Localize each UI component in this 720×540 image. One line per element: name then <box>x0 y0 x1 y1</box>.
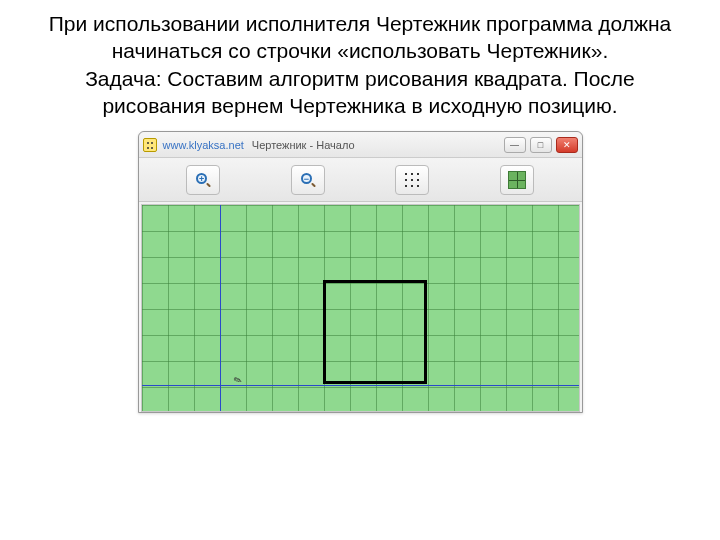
grid-line <box>194 205 195 411</box>
drafter-window: www.klyaksa.net Чертежник - Начало — □ ✕… <box>138 131 583 413</box>
grid-icon <box>508 171 526 189</box>
paragraph-2: Задача: Составим алгоритм рисования квад… <box>40 65 680 120</box>
grid-toggle-button[interactable] <box>500 165 534 195</box>
grid-line <box>532 205 533 411</box>
grid-line <box>142 387 579 388</box>
dots-icon <box>403 171 421 189</box>
grid-line <box>168 205 169 411</box>
grid-line <box>142 257 579 258</box>
grid-line <box>454 205 455 411</box>
window-title: Чертежник - Начало <box>252 139 355 151</box>
toolbar: + − <box>139 158 582 202</box>
drawing-canvas[interactable]: ✎ <box>141 204 580 412</box>
app-icon <box>143 138 157 152</box>
x-axis <box>142 385 579 386</box>
grid-line <box>480 205 481 411</box>
grid-line <box>298 205 299 411</box>
pen-cursor: ✎ <box>231 374 241 384</box>
paragraph-1: При использовании исполнителя Чертежник … <box>40 10 680 65</box>
maximize-button[interactable]: □ <box>530 137 552 153</box>
zoom-in-button[interactable]: + <box>186 165 220 195</box>
zoom-out-button[interactable]: − <box>291 165 325 195</box>
grid-line <box>506 205 507 411</box>
grid-line <box>142 231 579 232</box>
grid-line <box>142 205 143 411</box>
grid-line <box>272 205 273 411</box>
grid-line <box>142 205 579 206</box>
window-buttons: — □ ✕ <box>504 137 578 153</box>
grid-dots-button[interactable] <box>395 165 429 195</box>
window-titlebar[interactable]: www.klyaksa.net Чертежник - Начало — □ ✕ <box>139 132 582 158</box>
zoom-in-icon: + <box>196 173 210 187</box>
y-axis <box>220 205 221 411</box>
grid-line <box>558 205 559 411</box>
grid-line <box>428 205 429 411</box>
minimize-button[interactable]: — <box>504 137 526 153</box>
slide-text: При использовании исполнителя Чертежник … <box>0 0 720 131</box>
close-button[interactable]: ✕ <box>556 137 578 153</box>
zoom-out-icon: − <box>301 173 315 187</box>
drawn-square <box>323 280 427 384</box>
site-label: www.klyaksa.net <box>163 139 244 151</box>
grid-line <box>246 205 247 411</box>
